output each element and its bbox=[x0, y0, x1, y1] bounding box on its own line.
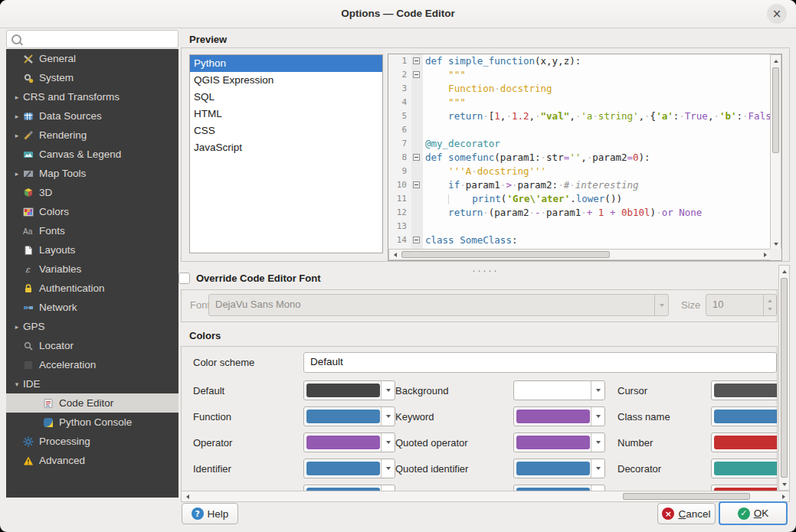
color-swatch-quoted-identifier[interactable] bbox=[513, 459, 605, 478]
expand-arrow-icon[interactable]: ▸ bbox=[6, 132, 23, 139]
language-item-qgis-expression[interactable]: QGIS Expression bbox=[190, 72, 382, 89]
scroll-up-icon[interactable] bbox=[779, 266, 789, 276]
sidebar-item-code-editor[interactable]: Code Editor bbox=[6, 393, 179, 413]
color-swatch-cursor[interactable] bbox=[711, 380, 778, 400]
color-swatch-number[interactable] bbox=[711, 432, 778, 452]
color-swatch-identifier[interactable] bbox=[303, 459, 395, 478]
fold-collapse-icon[interactable] bbox=[413, 181, 420, 188]
search-input[interactable] bbox=[24, 31, 177, 48]
panel-horizontal-scrollbar[interactable] bbox=[181, 491, 790, 502]
color-swatch-operator[interactable] bbox=[303, 432, 395, 452]
sidebar-item-variables[interactable]: εVariables bbox=[6, 259, 179, 279]
scroll-left-icon[interactable] bbox=[390, 250, 400, 259]
expand-arrow-icon[interactable]: ▸ bbox=[6, 113, 23, 120]
ok-icon: ✓ bbox=[738, 508, 750, 520]
sidebar-item-crs-and-transforms[interactable]: ▸CRS and Transforms bbox=[6, 87, 179, 106]
language-item-python[interactable]: Python bbox=[190, 55, 382, 72]
color-swatch-function[interactable] bbox=[303, 406, 395, 426]
scroll-right-icon[interactable] bbox=[760, 250, 770, 259]
scrollbar-thumb[interactable] bbox=[401, 251, 610, 258]
color-swatch-clipped[interactable] bbox=[711, 485, 778, 491]
chevron-down-icon[interactable] bbox=[381, 381, 395, 400]
code-editor-preview[interactable]: 1def simple_function(x,y,z):2 """3 Funct… bbox=[388, 54, 770, 249]
color-swatch-quoted-operator[interactable] bbox=[513, 432, 605, 452]
scrollbar-thumb[interactable] bbox=[781, 278, 788, 478]
scroll-left-icon[interactable] bbox=[182, 491, 192, 501]
language-item-javascript[interactable]: JavaScript bbox=[190, 139, 382, 156]
color-swatch-clipped[interactable] bbox=[303, 485, 395, 491]
language-item-css[interactable]: CSS bbox=[190, 122, 382, 139]
chevron-down-icon[interactable] bbox=[591, 433, 604, 452]
scrollbar-thumb[interactable] bbox=[623, 493, 750, 500]
chevron-down-icon[interactable] bbox=[591, 459, 604, 478]
expand-arrow-icon[interactable]: ▸ bbox=[6, 93, 23, 101]
splitter-handle[interactable]: ····· bbox=[181, 263, 790, 269]
color-swatch-default[interactable] bbox=[303, 380, 395, 400]
chevron-down-icon[interactable] bbox=[591, 381, 604, 400]
sidebar-item-colors[interactable]: Colors bbox=[6, 202, 179, 221]
language-item-sql[interactable]: SQL bbox=[190, 89, 382, 106]
sidebar-item-advanced[interactable]: Advanced bbox=[6, 451, 179, 470]
code-text: '''A·docstring''' bbox=[423, 165, 546, 178]
collapse-arrow-icon[interactable]: ▾ bbox=[6, 380, 23, 388]
sidebar-item-3d[interactable]: 3D bbox=[6, 183, 179, 202]
code-text: """ bbox=[423, 96, 466, 109]
scroll-right-icon[interactable] bbox=[778, 491, 788, 501]
color-swatch-keyword[interactable] bbox=[513, 406, 605, 426]
chevron-down-icon[interactable] bbox=[381, 407, 395, 426]
sidebar-item-rendering[interactable]: ▸Rendering bbox=[6, 126, 179, 145]
color-scheme-combobox[interactable]: Default bbox=[303, 352, 777, 373]
cancel-button[interactable]: × Cancel bbox=[657, 503, 716, 524]
swatch-color-fill bbox=[306, 436, 380, 449]
color-swatch-background[interactable] bbox=[513, 380, 605, 400]
sidebar-item-general[interactable]: General bbox=[6, 49, 179, 68]
titlebar[interactable]: Options — Code Editor bbox=[0, 0, 796, 28]
scroll-up-icon[interactable] bbox=[771, 56, 781, 66]
sidebar-item-locator[interactable]: Locator bbox=[6, 336, 179, 355]
color-swatch-decorator[interactable] bbox=[711, 459, 778, 478]
scroll-down-icon[interactable] bbox=[779, 479, 789, 489]
sidebar-item-processing[interactable]: Processing bbox=[6, 432, 179, 451]
code-horizontal-scrollbar[interactable] bbox=[388, 249, 771, 260]
sidebar-item-system[interactable]: System bbox=[6, 68, 179, 87]
data-sources-icon bbox=[23, 111, 35, 122]
code-vertical-scrollbar[interactable] bbox=[770, 54, 781, 250]
sidebar-item-ide[interactable]: ▾IDE bbox=[6, 374, 179, 393]
panel-vertical-scrollbar[interactable] bbox=[778, 265, 790, 491]
chevron-down-icon[interactable] bbox=[381, 433, 395, 452]
chevron-down-icon[interactable] bbox=[381, 485, 395, 491]
sidebar-item-fonts[interactable]: AaFonts bbox=[6, 221, 179, 240]
sidebar-item-data-sources[interactable]: ▸Data Sources bbox=[6, 106, 179, 126]
sidebar-item-acceleration[interactable]: Acceleration bbox=[6, 355, 179, 374]
sidebar-item-gps[interactable]: ▸GPS bbox=[6, 317, 179, 336]
language-item-html[interactable]: HTML bbox=[190, 106, 382, 122]
help-button[interactable]: ? Help bbox=[182, 503, 238, 524]
search-box[interactable] bbox=[6, 30, 179, 48]
chevron-down-icon[interactable] bbox=[381, 459, 395, 478]
expand-arrow-icon[interactable]: ▸ bbox=[6, 323, 23, 331]
sidebar-item-python-console[interactable]: Python Console bbox=[6, 413, 179, 432]
expand-arrow-icon[interactable]: ▸ bbox=[6, 170, 23, 178]
fold-collapse-icon[interactable] bbox=[413, 57, 420, 64]
chevron-down-icon[interactable] bbox=[591, 407, 604, 426]
scroll-down-icon[interactable] bbox=[771, 239, 781, 249]
chevron-down-icon[interactable] bbox=[591, 485, 604, 491]
ok-button[interactable]: ✓ OK bbox=[719, 501, 788, 525]
sidebar-item-label: Advanced bbox=[39, 455, 85, 466]
scrollbar-thumb[interactable] bbox=[772, 67, 779, 153]
sidebar-item-canvas-legend[interactable]: Canvas & Legend bbox=[6, 145, 179, 164]
fold-collapse-icon[interactable] bbox=[413, 237, 420, 243]
sidebar-item-layouts[interactable]: Layouts bbox=[6, 240, 179, 259]
code-text: return·(param2·-·param1·+ 1 + 0b10l)·or … bbox=[423, 206, 702, 220]
close-icon[interactable]: × bbox=[767, 4, 787, 24]
override-font-checkbox[interactable] bbox=[179, 273, 190, 284]
fold-collapse-icon[interactable] bbox=[413, 71, 420, 78]
colors-group-title: Colors bbox=[189, 330, 221, 341]
color-swatch-class-name[interactable] bbox=[711, 406, 778, 426]
sidebar-item-map-tools[interactable]: ▸Map Tools bbox=[6, 164, 179, 183]
sidebar-item-network[interactable]: Network bbox=[6, 298, 179, 317]
sidebar-item-label: Canvas & Legend bbox=[39, 149, 121, 160]
color-swatch-clipped[interactable] bbox=[513, 485, 605, 491]
fold-collapse-icon[interactable] bbox=[413, 154, 420, 161]
sidebar-item-authentication[interactable]: Authentication bbox=[6, 279, 179, 298]
